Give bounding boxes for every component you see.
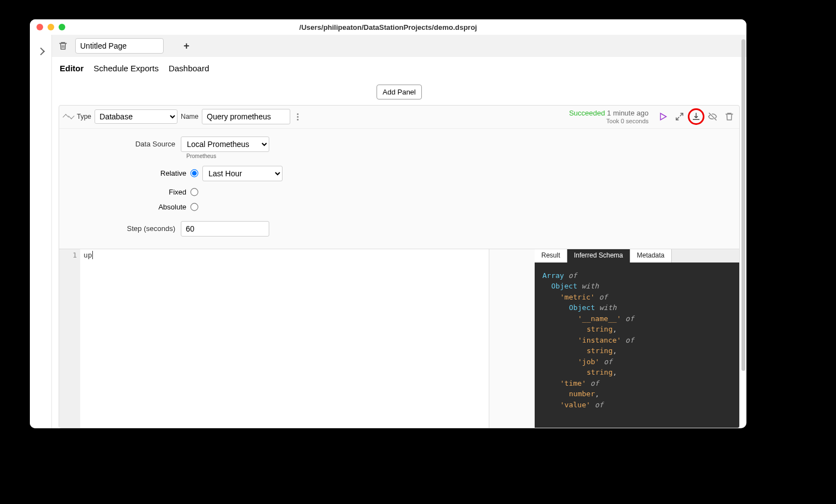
- traffic-lights: [30, 24, 65, 30]
- panel-content-split: 1 up Result Inferred Schema Metadata Arr…: [59, 249, 739, 428]
- panel-type-select[interactable]: Database: [95, 109, 177, 124]
- fixed-label: Fixed: [59, 188, 191, 196]
- code-editor[interactable]: 1 up: [59, 249, 489, 428]
- split-gap: [489, 249, 535, 428]
- editor-content: up: [80, 249, 489, 428]
- add-panel-button[interactable]: Add Panel: [377, 85, 422, 99]
- result-tab-bar: Result Inferred Schema Metadata: [535, 249, 739, 262]
- status-took: Took 0 seconds: [569, 118, 649, 125]
- main-area: + Editor Schedule Exports Dashboard Add …: [52, 35, 746, 428]
- panel-action-icons: [657, 111, 735, 122]
- page-tab-bar: +: [52, 35, 746, 57]
- trash-icon: [58, 41, 68, 51]
- editor-gutter: 1: [59, 249, 80, 428]
- maximize-window-button[interactable]: [59, 24, 65, 30]
- panel-form: Data Source Local Prometheus Prometheus …: [59, 129, 739, 249]
- app-body: + Editor Schedule Exports Dashboard Add …: [30, 35, 746, 428]
- expand-sidebar-icon[interactable]: [36, 48, 44, 55]
- panel-type-label: Type: [77, 113, 91, 120]
- step-label: Step (seconds): [59, 224, 181, 233]
- relative-radio[interactable]: [190, 170, 198, 177]
- data-source-hint: Prometheus: [186, 153, 739, 159]
- scrollbar[interactable]: [741, 39, 745, 371]
- titlebar: /Users/philipeaton/DataStationProjects/d…: [30, 19, 746, 35]
- tab-dashboard[interactable]: Dashboard: [169, 64, 209, 73]
- tab-result[interactable]: Result: [535, 249, 567, 262]
- panel-reorder-controls[interactable]: [64, 114, 74, 119]
- expand-panel-button[interactable]: [674, 111, 685, 122]
- tab-inferred-schema[interactable]: Inferred Schema: [567, 249, 630, 262]
- data-source-select[interactable]: Local Prometheus: [181, 136, 269, 152]
- relative-range-select[interactable]: Last Hour: [202, 166, 283, 181]
- page-name-input[interactable]: [75, 38, 164, 54]
- step-input[interactable]: [181, 221, 269, 237]
- view-tabs: Editor Schedule Exports Dashboard: [52, 57, 746, 79]
- hide-panel-button[interactable]: [707, 111, 718, 122]
- trash-icon: [724, 112, 734, 122]
- minimize-window-button[interactable]: [48, 24, 54, 30]
- add-panel-row: Add Panel: [52, 79, 746, 105]
- relative-label: Relative: [59, 169, 191, 177]
- absolute-label: Absolute: [59, 203, 191, 211]
- panel-name-label: Name: [181, 113, 198, 120]
- play-icon: [658, 112, 668, 122]
- panel-more-menu[interactable]: [294, 113, 301, 120]
- status-succeeded: Succeeded: [569, 109, 605, 117]
- app-window: /Users/philipeaton/DataStationProjects/d…: [30, 19, 746, 428]
- tab-editor[interactable]: Editor: [60, 64, 83, 73]
- tab-schedule-exports[interactable]: Schedule Exports: [93, 64, 159, 73]
- sidebar-collapsed: [30, 35, 52, 428]
- window-title: /Users/philipeaton/DataStationProjects/d…: [30, 23, 746, 32]
- absolute-radio[interactable]: [190, 203, 198, 211]
- tab-metadata[interactable]: Metadata: [630, 249, 672, 262]
- highlight-ring: [688, 108, 704, 125]
- fixed-radio[interactable]: [190, 188, 198, 196]
- chevron-down-icon: [68, 113, 74, 119]
- delete-page-button[interactable]: [58, 40, 69, 51]
- status-when: 1 minute ago: [607, 109, 649, 117]
- run-panel-button[interactable]: [657, 111, 668, 122]
- expand-icon: [675, 112, 685, 122]
- schema-view: Array of Object with 'metric' of Object …: [535, 262, 739, 428]
- data-source-label: Data Source: [59, 140, 181, 148]
- panel-name-input[interactable]: [202, 109, 290, 124]
- eye-off-icon: [708, 112, 718, 122]
- close-window-button[interactable]: [36, 24, 43, 30]
- add-page-button[interactable]: +: [184, 40, 190, 52]
- panel-status: Succeeded 1 minute ago Took 0 seconds: [569, 109, 649, 125]
- panel-header: Type Database Name Succeeded 1 minute ag…: [59, 106, 739, 129]
- panel: Type Database Name Succeeded 1 minute ag…: [59, 105, 740, 428]
- results-pane: Result Inferred Schema Metadata Array of…: [535, 249, 739, 428]
- download-panel-button[interactable]: [691, 111, 702, 122]
- delete-panel-button[interactable]: [724, 111, 735, 122]
